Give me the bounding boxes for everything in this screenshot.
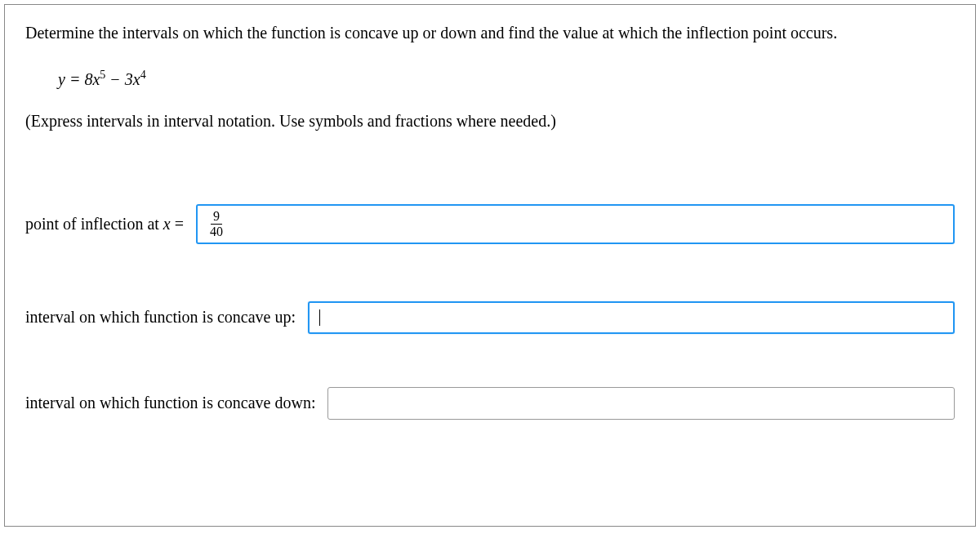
inflection-row: point of inflection at x = 9 40 [25, 204, 955, 244]
concave-up-row: interval on which function is concave up… [25, 301, 955, 334]
inflection-label-prefix: point of inflection at [25, 215, 163, 233]
question-text: Determine the intervals on which the fun… [25, 21, 955, 44]
formula-var2: x [133, 70, 140, 88]
concave-down-row: interval on which function is concave do… [25, 387, 955, 420]
formula-var1: x [92, 70, 100, 88]
concave-down-input[interactable] [327, 387, 955, 420]
concave-up-input[interactable] [308, 301, 955, 334]
text-cursor [319, 309, 320, 326]
concave-up-label: interval on which function is concave up… [25, 308, 296, 327]
formula-eq: = [65, 70, 85, 88]
formula-exp2: 4 [140, 69, 146, 81]
formula-minus: − [105, 70, 125, 88]
inflection-label: point of inflection at x = [25, 215, 184, 234]
inflection-label-suffix: = [171, 215, 184, 233]
inflection-input[interactable]: 9 40 [196, 204, 955, 244]
formula: y = 8x5 − 3x4 [58, 69, 955, 89]
instruction-text: (Express intervals in interval notation.… [25, 112, 955, 131]
formula-coef1: 8 [84, 70, 92, 88]
inflection-label-var: x [163, 215, 171, 233]
formula-y: y [58, 70, 65, 88]
fraction-denominator: 40 [207, 225, 225, 238]
question-container: Determine the intervals on which the fun… [4, 4, 976, 527]
formula-coef2: 3 [125, 70, 133, 88]
fraction-numerator: 9 [211, 210, 222, 225]
concave-down-label: interval on which function is concave do… [25, 394, 315, 412]
fraction-value: 9 40 [207, 210, 225, 238]
